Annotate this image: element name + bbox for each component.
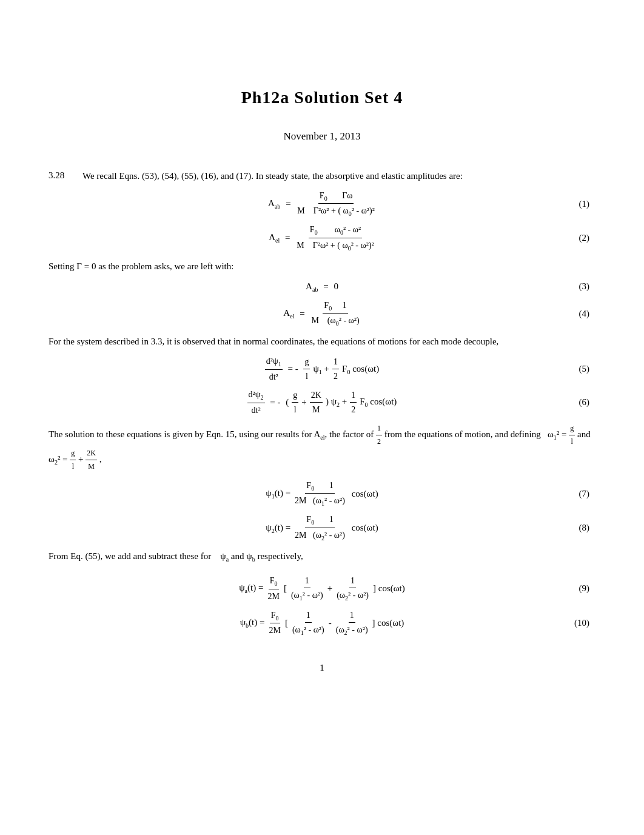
problem-section: 3.28 We recall Eqns. (53), (54), (55), (… xyxy=(49,169,595,637)
equation-2: Ael = F0 ω0² - ω² M Γ²ω² + ( ω0² - ω²)² … xyxy=(49,223,595,253)
equation-8: ψ2(t) = F0 1 2M (ω2² - ω²) cos(ωt) (8) xyxy=(49,513,595,543)
equation-10: ψb(t) = F0 2M [ 1 (ω1² - ω²) - 1 (ω2² - … xyxy=(49,609,595,637)
equation-7: ψ1(t) = F0 1 2M (ω1² - ω²) cos(ωt) (7) xyxy=(49,479,595,509)
text2: For the system described in 3.3, it is o… xyxy=(49,334,595,349)
problem-number: 3.28 xyxy=(49,169,72,183)
equation-1: Aab = F0 Γω M Γ²ω² + ( ω0² - ω²)² (1) xyxy=(49,189,595,219)
problem-intro: We recall Eqns. (53), (54), (55), (16), … xyxy=(82,169,463,183)
equation-4: Ael = F0 1 M (ω0² - ω²) (4) xyxy=(49,299,595,329)
page-number: 1 xyxy=(49,661,595,675)
text3: The solution to these equations is given… xyxy=(49,423,595,473)
page-title: Ph12a Solution Set 4 xyxy=(49,85,595,110)
equation-5: d²ψ1 dt² = - g l ψ1 + 1 2 F0 cos(ωt) (5) xyxy=(49,355,595,383)
date: November 1, 2013 xyxy=(49,129,595,144)
equation-3: Aab = 0 (3) xyxy=(49,280,595,294)
equation-9: ψa(t) = F0 2M [ 1 (ω1² - ω²) + 1 (ω2² - … xyxy=(49,574,595,603)
equation-6: d²ψ2 dt² = - ( g l + 2K M ) ψ2 + 1 2 F0 … xyxy=(49,388,595,417)
text1: Setting Γ = 0 as the problem asks, we ar… xyxy=(49,259,595,273)
text4: From Eq. (55), we add and subtract these… xyxy=(49,549,595,565)
